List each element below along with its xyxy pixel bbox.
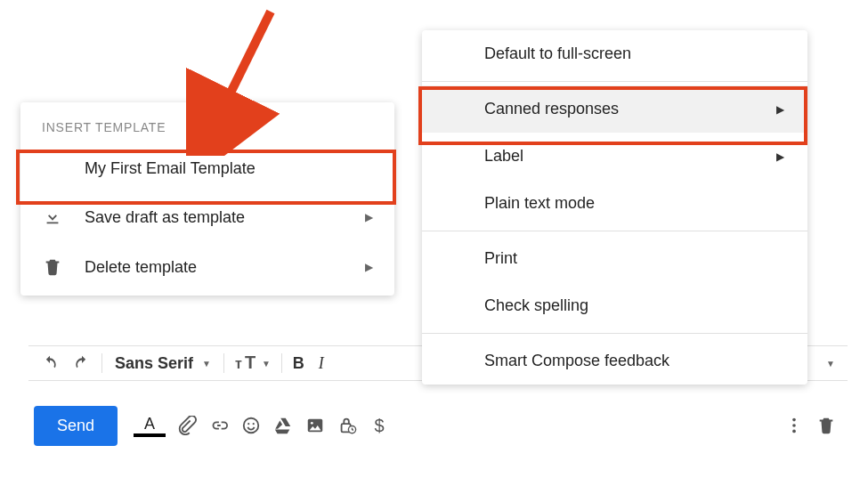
menu-item-label: Default to full-screen (484, 45, 784, 63)
text-size-icon: тT (235, 354, 256, 372)
compose-action-bar: Send A $ (28, 399, 848, 452)
chevron-down-icon: ▼ (202, 359, 211, 369)
insert-photo-button[interactable] (299, 409, 331, 441)
insert-link-button[interactable] (203, 409, 235, 441)
svg-text:T: T (245, 354, 256, 372)
bold-button[interactable]: B (286, 346, 312, 380)
menu-item-label: Check spelling (484, 296, 784, 315)
submenu-item-label: Delete template (85, 258, 365, 277)
font-family-label: Sans Serif (115, 354, 193, 373)
chevron-down-icon: ▼ (826, 359, 835, 369)
menu-item-label: Smart Compose feedback (484, 352, 784, 370)
discard-draft-button[interactable] (810, 409, 842, 441)
submenu-item-template[interactable]: My First Email Template (20, 145, 394, 192)
menu-separator (422, 231, 807, 231)
svg-point-9 (792, 418, 796, 422)
toolbar-separator (101, 353, 102, 373)
svg-point-2 (244, 418, 259, 433)
drive-icon (273, 416, 293, 435)
menu-item-smart-compose-feedback[interactable]: Smart Compose feedback (422, 337, 807, 385)
svg-text:т: т (235, 356, 242, 371)
download-icon (42, 207, 63, 228)
redo-button[interactable] (66, 346, 98, 380)
menu-item-default-fullscreen[interactable]: Default to full-screen (422, 30, 807, 77)
font-size-button[interactable]: тT ▼ (228, 346, 278, 380)
chevron-right-icon: ▶ (365, 211, 373, 223)
insert-drive-button[interactable] (267, 409, 299, 441)
menu-item-check-spelling[interactable]: Check spelling (422, 282, 807, 329)
send-button[interactable]: Send (34, 406, 118, 446)
more-options-button[interactable] (778, 409, 810, 441)
svg-point-4 (253, 423, 255, 425)
menu-separator (422, 81, 807, 82)
paperclip-icon (177, 416, 197, 435)
redo-icon (73, 354, 91, 372)
menu-item-plain-text[interactable]: Plain text mode (422, 180, 807, 227)
submenu-section-header: INSERT TEMPLATE (20, 102, 394, 145)
svg-point-11 (792, 430, 796, 433)
text-color-button[interactable]: A (134, 414, 166, 437)
trash-icon (816, 416, 836, 435)
svg-point-3 (247, 423, 249, 425)
more-options-menu: Default to full-screen Canned responses … (422, 30, 807, 385)
more-vert-icon (784, 416, 804, 435)
image-icon (305, 416, 325, 435)
submenu-item-label: My First Email Template (85, 159, 373, 178)
link-icon (209, 416, 229, 435)
menu-item-label[interactable]: Label ▶ (422, 133, 807, 180)
menu-item-label: Plain text mode (484, 194, 784, 213)
toolbar-separator (281, 353, 282, 373)
chevron-down-icon: ▼ (262, 359, 271, 369)
submenu-item-label: Save draft as template (85, 208, 365, 227)
emoji-icon (241, 416, 261, 435)
menu-item-print[interactable]: Print (422, 235, 807, 282)
undo-button[interactable] (34, 346, 66, 380)
confidential-mode-button[interactable] (331, 409, 363, 441)
toolbar-separator (223, 353, 224, 373)
insert-money-button[interactable]: $ (363, 409, 395, 441)
menu-item-label: Canned responses (484, 100, 776, 118)
submenu-item-delete-template[interactable]: Delete template ▶ (20, 242, 394, 292)
insert-emoji-button[interactable] (235, 409, 267, 441)
toolbar-overflow-button[interactable]: ▼ (817, 346, 844, 380)
menu-item-label: Label (484, 147, 776, 166)
italic-button[interactable]: I (312, 346, 331, 380)
chevron-right-icon: ▶ (365, 261, 373, 273)
svg-point-6 (311, 422, 313, 425)
undo-icon (41, 354, 59, 372)
attach-file-button[interactable] (171, 409, 203, 441)
chevron-right-icon: ▶ (776, 103, 784, 116)
menu-separator (422, 333, 807, 334)
menu-item-canned-responses[interactable]: Canned responses ▶ (422, 85, 807, 133)
trash-icon (42, 256, 63, 278)
svg-point-10 (792, 424, 796, 427)
chevron-right-icon: ▶ (776, 150, 784, 163)
lock-clock-icon (337, 416, 357, 435)
submenu-item-save-draft[interactable]: Save draft as template ▶ (20, 192, 394, 242)
menu-item-label: Print (484, 249, 784, 268)
canned-responses-submenu: INSERT TEMPLATE My First Email Template … (20, 102, 394, 296)
font-family-select[interactable]: Sans Serif ▼ (106, 346, 220, 380)
